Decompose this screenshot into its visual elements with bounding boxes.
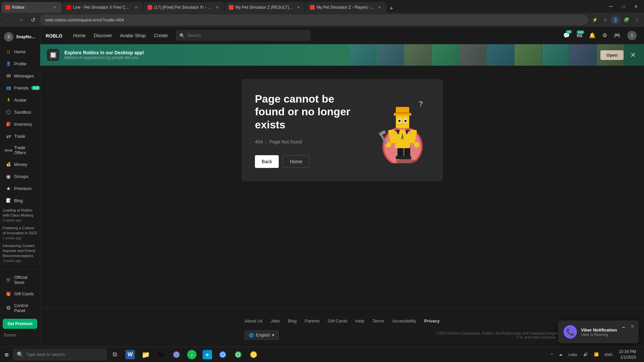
home-btn[interactable]: Home xyxy=(283,155,309,168)
viber-close-btn[interactable]: ✕ xyxy=(629,323,636,329)
browser-menu-btn[interactable]: ⋮ xyxy=(633,16,641,24)
forward-nav-btn[interactable]: → xyxy=(15,15,26,24)
footer-link-privacy[interactable]: Privacy xyxy=(424,318,439,323)
sidebar-item-avatar[interactable]: Avatar xyxy=(1,94,39,106)
banner-bg-9 xyxy=(570,44,596,66)
sidebar-item-groups[interactable]: Groups xyxy=(1,171,39,182)
robux-btn[interactable]: R$ 418 xyxy=(575,31,584,41)
taskbar-explorer-app[interactable]: 📁 xyxy=(138,348,153,361)
notifications-btn[interactable]: 🔔 xyxy=(587,30,598,41)
tab-title-4: My Pet Simulator Z (RESULT) - P... xyxy=(235,5,293,10)
sidebar-item-gift-cards[interactable]: Gift Cards xyxy=(1,288,39,300)
user-menu-btn[interactable]: S xyxy=(625,29,639,42)
footer-link-help[interactable]: Help xyxy=(356,318,365,323)
tab-3[interactable]: (17) [Pixel] Pet Simulator X! - Ro... ✕ xyxy=(144,2,224,13)
sidebar-user[interactable]: S SnapNotFound xyxy=(0,29,40,44)
close-btn[interactable]: ✕ xyxy=(630,0,643,13)
nav-link-create[interactable]: Create xyxy=(154,33,168,38)
get-premium-btn[interactable]: Get Premium xyxy=(3,319,37,329)
banner-close-btn[interactable]: ✕ xyxy=(629,50,637,60)
sidebar-item-profile[interactable]: Profile xyxy=(1,58,39,69)
profile-circle-icon[interactable]: 👤 xyxy=(611,15,620,24)
taskbar-chrome4-app[interactable] xyxy=(246,348,261,361)
new-tab-btn[interactable]: + xyxy=(387,4,396,13)
roblox-studio-btn[interactable]: 🎮 xyxy=(612,30,623,41)
task-view-btn[interactable]: ⧉ xyxy=(107,349,122,361)
network-icon[interactable]: 📶 xyxy=(591,351,601,358)
svg-point-36 xyxy=(237,353,239,356)
address-bar-input[interactable] xyxy=(40,14,588,25)
tab-close-btn[interactable]: ✕ xyxy=(52,5,58,10)
tab-close-btn-2[interactable]: ✕ xyxy=(133,5,139,10)
sidebar-label-sandbox: Sandbox xyxy=(14,110,31,115)
blog-entry-3[interactable]: Introducing Contact Importer and Friend … xyxy=(3,243,37,263)
tab-4[interactable]: My Pet Simulator Z (RESULT) - P... ✕ xyxy=(225,2,305,13)
nav-link-avatar-shop[interactable]: Avatar Shop xyxy=(120,33,146,38)
footer-link-jobs[interactable]: Jobs xyxy=(271,318,280,323)
footer-link-gift-cards[interactable]: Gift Cards xyxy=(328,318,347,323)
footer-link-terms[interactable]: Terms xyxy=(372,318,384,323)
back-nav-btn[interactable]: ← xyxy=(3,15,13,24)
search-input[interactable] xyxy=(176,30,310,41)
tab-close-btn-3[interactable]: ✕ xyxy=(214,5,220,10)
onedrive-btn[interactable]: ☁ xyxy=(556,351,565,358)
banner-bg-10 xyxy=(597,44,624,66)
maximize-btn[interactable]: □ xyxy=(618,0,630,13)
footer-link-blog[interactable]: Blog xyxy=(288,318,297,323)
tab-5[interactable]: My Pet Simulator Z - Players - Fo... ✕ xyxy=(306,2,386,13)
blog-entry-2[interactable]: Fostering a Culture of Innovation in 202… xyxy=(3,226,37,241)
system-tray-expand-btn[interactable]: ^ xyxy=(548,351,555,358)
nav-link-home[interactable]: Home xyxy=(73,33,86,38)
keyboard-lang-btn[interactable]: ENG xyxy=(602,351,615,358)
extension-icon[interactable]: ⚡ xyxy=(590,16,600,24)
sidebar-item-official-store[interactable]: Official Store xyxy=(1,272,39,288)
taskbar-chrome-app[interactable] xyxy=(169,348,184,361)
sidebar-item-trade[interactable]: Trade xyxy=(1,130,39,142)
nav-link-discover[interactable]: Discover xyxy=(94,33,112,38)
settings-btn[interactable]: ⚙ xyxy=(600,30,609,41)
sidebar-item-home[interactable]: Home xyxy=(1,46,39,57)
volume-icon[interactable]: 🔊 xyxy=(581,351,591,358)
tab-close-btn-5[interactable]: ✕ xyxy=(377,5,382,10)
taskbar-search[interactable]: 🔍 Type here to search xyxy=(13,349,107,361)
taskbar-chrome3-app[interactable] xyxy=(231,348,246,361)
robux-icon: R$ xyxy=(577,33,582,38)
sidebar-item-control-panel[interactable]: Control Panel xyxy=(1,300,39,316)
sidebar-item-inventory[interactable]: Inventory xyxy=(1,118,39,130)
sidebar-item-trade-offers[interactable]: Trade Offers xyxy=(1,142,39,158)
lang-selector[interactable]: English ▾ xyxy=(245,330,279,340)
viber-minimize-btn[interactable]: 🗕 xyxy=(620,323,628,329)
bookmark-icon[interactable]: ☆ xyxy=(601,16,609,24)
sidebar-item-sandbox[interactable]: Sandbox xyxy=(1,106,39,118)
sidebar-item-premium[interactable]: Premium xyxy=(1,183,39,194)
sidebar-item-messages[interactable]: Messages xyxy=(1,70,39,81)
taskbar-spotify-app[interactable]: ♪ xyxy=(184,348,199,361)
sidebar-item-blog[interactable]: Blog xyxy=(1,195,39,206)
chat-btn[interactable]: 💬 25 xyxy=(561,30,572,41)
start-button[interactable]: ⊞ xyxy=(1,350,12,359)
tab-close-btn-4[interactable]: ✕ xyxy=(296,5,301,10)
tab-yt[interactable]: Live - Pet Simulator X Free Chris... ✕ xyxy=(62,2,143,13)
banner-bg-6 xyxy=(487,44,514,66)
sidebar-item-money[interactable]: Money xyxy=(1,159,39,170)
sidebar-item-friends[interactable]: Friends 418 xyxy=(1,82,39,94)
footer-link-accessibility[interactable]: Accessibility xyxy=(392,318,416,323)
groups-icon xyxy=(5,173,11,179)
word-icon: W xyxy=(125,350,135,359)
tab-roblox[interactable]: Roblox ✕ xyxy=(1,2,62,13)
roblox-logo[interactable]: ROBLOX xyxy=(46,32,62,39)
taskbar-store-app[interactable]: 🛍 xyxy=(154,348,168,361)
tab3-favicon xyxy=(148,5,152,10)
extensions-btn[interactable]: 🧩 xyxy=(622,16,631,24)
taskbar-edge-app[interactable]: e xyxy=(200,348,215,361)
links-btn[interactable]: Links xyxy=(566,351,580,358)
back-btn[interactable]: Back xyxy=(255,155,279,168)
footer-link-parents[interactable]: Parents xyxy=(305,318,320,323)
minimize-btn[interactable]: ─ xyxy=(604,0,618,13)
footer-link-about[interactable]: About Us xyxy=(245,318,262,323)
taskbar-chrome2-app[interactable] xyxy=(215,348,230,361)
taskbar-word-app[interactable]: W xyxy=(123,348,138,361)
reload-nav-btn[interactable]: ↺ xyxy=(28,15,38,24)
taskbar-time[interactable]: 10:34 PM 1/1/2023 xyxy=(616,348,639,362)
blog-entry-1[interactable]: Leading at Roblox with Claus Moberg 2 we… xyxy=(3,208,37,223)
